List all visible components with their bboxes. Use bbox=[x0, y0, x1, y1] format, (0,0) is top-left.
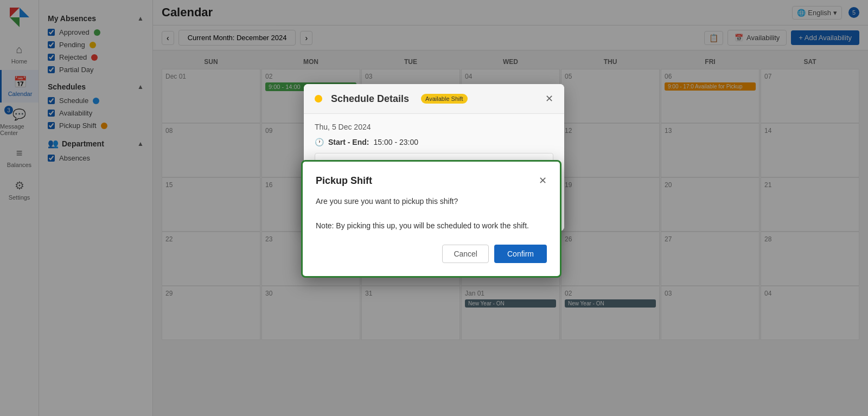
pickup-cancel-button[interactable]: Cancel bbox=[442, 245, 489, 263]
pickup-shift-modal: Pickup Shift ✕ Are you sure you want to … bbox=[301, 160, 561, 278]
pickup-modal-body: Are you sure you want to pickup this shi… bbox=[316, 195, 547, 232]
pickup-modal-close-button[interactable]: ✕ bbox=[539, 175, 547, 187]
pickup-confirm-button[interactable]: Confirm bbox=[494, 245, 547, 263]
pickup-modal-title: Pickup Shift bbox=[316, 175, 372, 187]
pickup-modal-footer: Cancel Confirm bbox=[316, 245, 547, 263]
pickup-modal-header: Pickup Shift ✕ bbox=[316, 175, 547, 187]
pickup-note: Note: By picking this up, you will be sc… bbox=[316, 220, 547, 232]
pickup-question: Are you sure you want to pickup this shi… bbox=[316, 195, 547, 207]
pickup-modal-wrapper: Pickup Shift ✕ Are you sure you want to … bbox=[0, 0, 868, 416]
